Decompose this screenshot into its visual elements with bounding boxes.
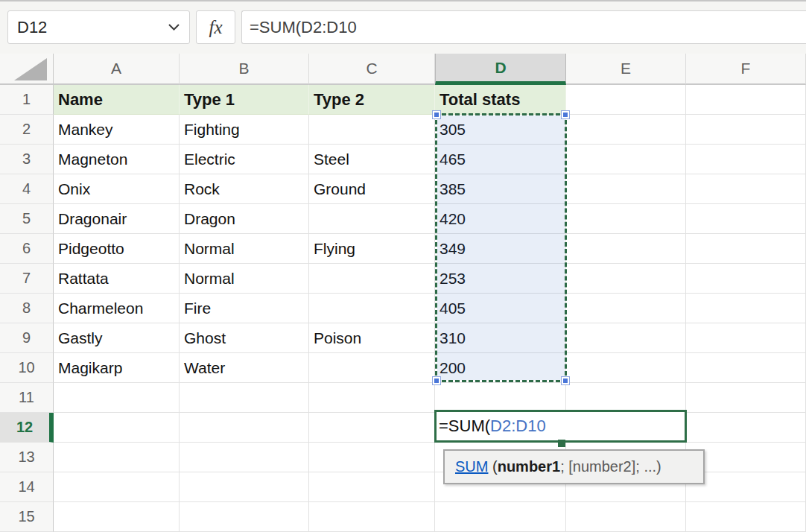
cell-E7[interactable] [566, 264, 686, 294]
row-header-5[interactable]: 5 [0, 204, 54, 234]
cell-F4[interactable] [686, 174, 806, 204]
row-header-4[interactable]: 4 [0, 174, 54, 204]
cell-A14[interactable] [54, 472, 180, 502]
cell-F5[interactable] [686, 204, 806, 234]
row-header-7[interactable]: 7 [0, 264, 54, 294]
row-header-1[interactable]: 1 [0, 85, 54, 115]
cell-E5[interactable] [566, 204, 686, 234]
cell-C11[interactable] [309, 383, 435, 413]
sum-function-link[interactable]: SUM [455, 458, 488, 475]
cell-F8[interactable] [686, 294, 806, 323]
col-header-B[interactable]: B [180, 54, 309, 85]
cell-A2[interactable]: Mankey [54, 115, 180, 145]
fill-handle[interactable] [558, 440, 565, 447]
cell-D11[interactable] [435, 383, 566, 413]
cell-E10[interactable] [566, 353, 686, 383]
row-header-9[interactable]: 9 [0, 323, 54, 353]
cell-C2[interactable] [309, 115, 435, 145]
cell-C4[interactable]: Ground [309, 174, 435, 204]
row-header-8[interactable]: 8 [0, 294, 54, 323]
cell-E15[interactable] [566, 502, 686, 532]
row-header-14[interactable]: 14 [0, 472, 54, 502]
selection-handle-top-left[interactable] [433, 111, 440, 118]
cell-A11[interactable] [54, 383, 180, 413]
cell-A10[interactable]: Magikarp [54, 353, 180, 383]
name-box[interactable]: D12 [7, 10, 190, 44]
cell-B12[interactable] [180, 413, 309, 443]
cell-A13[interactable] [54, 443, 180, 472]
cell-C12[interactable] [309, 413, 435, 443]
cell-B13[interactable] [180, 443, 309, 472]
cell-A9[interactable]: Gastly [54, 323, 180, 353]
cell-B7[interactable]: Normal [180, 264, 309, 294]
cell-B4[interactable]: Rock [180, 174, 309, 204]
cell-B14[interactable] [180, 472, 309, 502]
cell-E2[interactable] [566, 115, 686, 145]
cell-B2[interactable]: Fighting [180, 115, 309, 145]
insert-function-button[interactable]: fx [196, 10, 235, 44]
cell-B5[interactable]: Dragon [180, 204, 309, 234]
cell-C1[interactable]: Type 2 [309, 85, 435, 115]
cell-B15[interactable] [180, 502, 309, 532]
cell-C5[interactable] [309, 204, 435, 234]
cell-F15[interactable] [686, 502, 806, 532]
cell-F12[interactable] [686, 413, 806, 443]
cell-C15[interactable] [309, 502, 435, 532]
cell-B3[interactable]: Electric [180, 145, 309, 174]
cell-F10[interactable] [686, 353, 806, 383]
cell-C6[interactable]: Flying [309, 234, 435, 264]
cell-C7[interactable] [309, 264, 435, 294]
row-header-10[interactable]: 10 [0, 353, 54, 383]
cell-B6[interactable]: Normal [180, 234, 309, 264]
cell-F6[interactable] [686, 234, 806, 264]
row-header-3[interactable]: 3 [0, 145, 54, 174]
selection-handle-top-right[interactable] [562, 111, 569, 118]
cell-E11[interactable] [566, 383, 686, 413]
col-header-C[interactable]: C [309, 54, 435, 85]
cell-A6[interactable]: Pidgeotto [54, 234, 180, 264]
cell-C8[interactable] [309, 294, 435, 323]
cell-B9[interactable]: Ghost [180, 323, 309, 353]
select-all-corner[interactable] [0, 54, 54, 85]
cell-F7[interactable] [686, 264, 806, 294]
cell-E9[interactable] [566, 323, 686, 353]
cell-A12[interactable] [54, 413, 180, 443]
cell-B10[interactable]: Water [180, 353, 309, 383]
cell-F9[interactable] [686, 323, 806, 353]
cell-E6[interactable] [566, 234, 686, 264]
cell-F3[interactable] [686, 145, 806, 174]
cell-C13[interactable] [309, 443, 435, 472]
cell-A15[interactable] [54, 502, 180, 532]
cell-F2[interactable] [686, 115, 806, 145]
row-header-11[interactable]: 11 [0, 383, 54, 413]
cell-E3[interactable] [566, 145, 686, 174]
row-header-15[interactable]: 15 [0, 502, 54, 532]
row-header-2[interactable]: 2 [0, 115, 54, 145]
cell-E8[interactable] [566, 294, 686, 323]
selection-handle-bottom-right[interactable] [562, 377, 569, 384]
cell-E4[interactable] [566, 174, 686, 204]
cell-E1[interactable] [566, 85, 686, 115]
cell-B8[interactable]: Fire [180, 294, 309, 323]
selection-handle-bottom-left[interactable] [433, 377, 440, 384]
cell-A1[interactable]: Name [54, 85, 180, 115]
col-header-A[interactable]: A [54, 54, 180, 85]
cell-A8[interactable]: Charmeleon [54, 294, 180, 323]
cell-C10[interactable] [309, 353, 435, 383]
row-header-13[interactable]: 13 [0, 443, 54, 472]
cell-C3[interactable]: Steel [309, 145, 435, 174]
cell-D1[interactable]: Total stats [435, 85, 566, 115]
selection-range[interactable] [435, 113, 567, 382]
cell-B11[interactable] [180, 383, 309, 413]
col-header-F[interactable]: F [686, 54, 806, 85]
cell-D15[interactable] [435, 502, 566, 532]
col-header-E[interactable]: E [566, 54, 686, 85]
active-cell-editor[interactable]: =SUM(D2:D10 [434, 410, 687, 443]
formula-bar-input[interactable]: =SUM(D2:D10 [241, 10, 806, 44]
cell-A3[interactable]: Magneton [54, 145, 180, 174]
cell-F11[interactable] [686, 383, 806, 413]
row-header-12[interactable]: 12 [0, 413, 54, 443]
chevron-down-icon[interactable] [168, 23, 180, 31]
cell-B1[interactable]: Type 1 [180, 85, 309, 115]
cell-C14[interactable] [309, 472, 435, 502]
